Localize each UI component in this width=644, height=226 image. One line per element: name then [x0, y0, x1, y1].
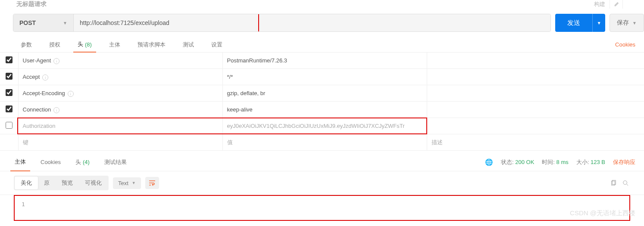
header-key[interactable]: Accept: [23, 74, 40, 80]
tab-label: 头: [75, 158, 81, 166]
tab-auth[interactable]: 授权: [45, 37, 65, 52]
headers-table: User-Agenti PostmanRuntime/7.26.3 Accept…: [0, 52, 644, 151]
more-icon[interactable]: [622, 0, 635, 9]
format-value: Text: [118, 180, 128, 186]
header-count: (8): [85, 41, 92, 48]
copy-icon[interactable]: [609, 178, 618, 188]
search-icon[interactable]: [621, 178, 630, 188]
page-title: 无标题请求: [16, 0, 47, 8]
table-row: Accepti */*: [0, 69, 644, 85]
tab-tests[interactable]: 测试: [178, 37, 198, 52]
globe-icon[interactable]: 🌐: [485, 158, 493, 166]
chevron-down-icon: ▼: [132, 181, 136, 185]
value-placeholder[interactable]: 值: [222, 134, 427, 151]
url-group: POST ▼: [13, 14, 551, 32]
save-label: 保存: [617, 19, 629, 27]
header-value[interactable]: gzip, deflate, br: [222, 85, 427, 102]
info-icon[interactable]: i: [53, 58, 59, 64]
save-response-button[interactable]: 保存响应: [613, 158, 635, 166]
table-row: Accept-Encodingi gzip, deflate, br: [0, 85, 644, 102]
send-button[interactable]: 发送 ▼: [555, 14, 605, 32]
svg-point-2: [623, 181, 627, 185]
header-key[interactable]: Authorization: [18, 118, 222, 134]
send-label: 发送: [555, 19, 592, 27]
save-button[interactable]: 保存 ▼: [610, 14, 644, 32]
body-view-tabs: 美化 原 预览 可视化: [14, 176, 109, 190]
line-number: 1: [22, 201, 30, 207]
header-desc[interactable]: [427, 85, 644, 102]
table-row: User-Agenti PostmanRuntime/7.26.3: [0, 53, 644, 69]
btab-raw[interactable]: 原: [38, 176, 56, 189]
header-value[interactable]: eyJ0eXAiOiJKV1QiLCJhbGciOiJIUzUxMiJ9.eyJ…: [222, 118, 427, 134]
tab-label: 头: [78, 40, 83, 48]
row-checkbox[interactable]: [6, 105, 13, 112]
table-row: Connectioni keep-alive: [0, 102, 644, 118]
time-meta: 时间: 8 ms: [542, 158, 568, 166]
cookies-link[interactable]: Cookies: [615, 41, 635, 48]
header-value[interactable]: */*: [222, 69, 427, 85]
response-tabs: 主体 Cookies 头(4) 测试结果 🌐 状态: 200 OK 时间: 8 …: [0, 153, 644, 171]
chevron-down-icon: ▼: [632, 21, 637, 25]
row-checkbox[interactable]: [6, 122, 13, 129]
header-desc[interactable]: [427, 118, 644, 134]
header-key[interactable]: User-Agent: [23, 57, 51, 64]
info-icon[interactable]: i: [53, 107, 59, 113]
info-icon[interactable]: i: [68, 91, 74, 97]
tab-prerequest[interactable]: 预请求脚本: [133, 37, 170, 52]
table-row-auth: Authorization eyJ0eXAiOiJKV1QiLCJhbGciOi…: [0, 118, 644, 134]
chevron-down-icon: ▼: [63, 21, 67, 25]
resp-tab-tests[interactable]: 测试结果: [100, 153, 131, 171]
row-checkbox[interactable]: [6, 89, 13, 96]
auth-value-text: eyJ0eXAiOiJKV1QiLCJhbGciOiJIUzUxMiJ9.eyJ…: [227, 123, 405, 129]
build-label: 构建: [594, 0, 605, 8]
edit-icon[interactable]: [610, 0, 622, 9]
url-input[interactable]: [74, 14, 550, 31]
method-select[interactable]: POST ▼: [13, 14, 74, 31]
resp-tab-body[interactable]: 主体: [10, 154, 30, 171]
method-value: POST: [19, 19, 36, 26]
row-checkbox[interactable]: [6, 56, 13, 63]
desc-placeholder[interactable]: 描述: [427, 134, 644, 151]
format-select[interactable]: Text ▼: [113, 177, 141, 189]
header-desc[interactable]: [427, 102, 644, 118]
send-dropdown[interactable]: ▼: [592, 14, 605, 32]
btab-visual[interactable]: 可视化: [79, 176, 108, 189]
resp-tab-cookies[interactable]: Cookies: [36, 153, 65, 171]
btab-preview[interactable]: 预览: [56, 176, 79, 189]
header-count: (4): [83, 159, 90, 165]
request-tabs: 参数 授权 头(8) 主体 预请求脚本 测试 设置 Cookies: [0, 37, 644, 53]
tab-params[interactable]: 参数: [16, 37, 36, 52]
row-checkbox[interactable]: [6, 73, 13, 80]
btab-pretty[interactable]: 美化: [15, 176, 38, 189]
header-value[interactable]: PostmanRuntime/7.26.3: [222, 53, 427, 69]
status-meta: 状态: 200 OK: [501, 158, 534, 166]
body-toolbar: 美化 原 预览 可视化 Text ▼: [0, 171, 644, 195]
wrap-lines-button[interactable]: [145, 177, 159, 189]
header-key[interactable]: Accept-Encoding: [23, 90, 65, 96]
info-icon[interactable]: i: [42, 74, 48, 80]
header-value[interactable]: keep-alive: [222, 102, 427, 118]
tab-headers[interactable]: 头(8): [73, 37, 96, 53]
table-row-placeholder: 键 值 描述: [0, 134, 644, 151]
resp-tab-headers[interactable]: 头(4): [71, 153, 94, 171]
tab-body[interactable]: 主体: [105, 37, 125, 52]
key-placeholder[interactable]: 键: [18, 134, 222, 151]
header-desc[interactable]: [427, 53, 644, 69]
header-desc[interactable]: [427, 69, 644, 85]
tab-settings[interactable]: 设置: [207, 37, 227, 52]
response-body[interactable]: 1: [14, 195, 630, 221]
header-key[interactable]: Connection: [23, 106, 51, 113]
size-meta: 大小: 123 B: [576, 158, 605, 166]
